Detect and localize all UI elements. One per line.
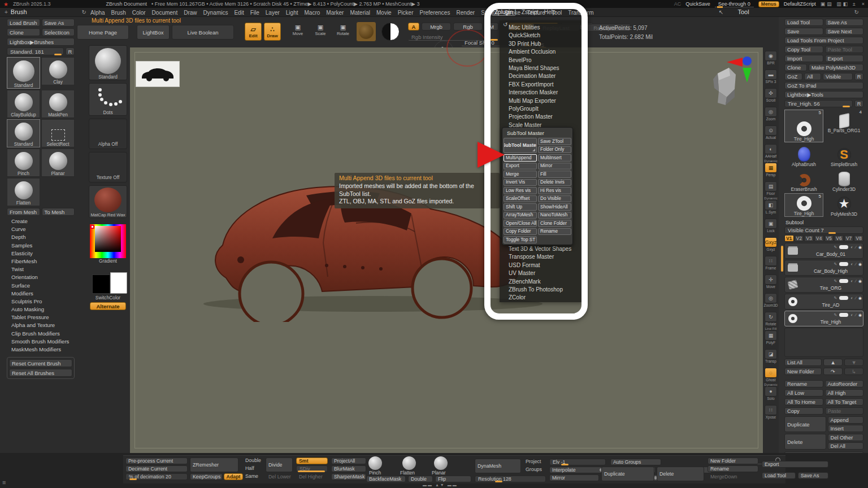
secondary-color-swatch[interactable]: [110, 272, 127, 294]
visibility-tab[interactable]: V2: [795, 235, 804, 242]
color-a-button[interactable]: A: [408, 23, 419, 30]
zplugin-menu-item[interactable]: UV Master: [500, 269, 583, 277]
submenu-button[interactable]: Hi Res vis: [538, 187, 571, 194]
visible-count-slider[interactable]: Visible Count 7: [784, 226, 863, 234]
copy-tool-button[interactable]: Copy Tool: [784, 46, 823, 53]
brush-thumbnail[interactable]: ClayBuildup: [7, 90, 40, 118]
groups-label[interactable]: Groups: [526, 467, 542, 473]
submenu-button[interactable]: NanoToMesh: [538, 212, 571, 219]
visibility-tab[interactable]: V7: [844, 235, 854, 242]
menu-item[interactable]: Preferences: [419, 10, 450, 16]
submenu-button[interactable]: ScaleOffset: [504, 195, 537, 203]
brush-section-header[interactable]: Modifiers: [7, 290, 75, 298]
submenu-button[interactable]: Low Res vis: [504, 187, 537, 194]
shelf-button[interactable]: ▣ Lock: [763, 215, 778, 233]
bb-duplicate-button[interactable]: Duplicate: [601, 467, 654, 481]
bb-new-folder-button[interactable]: New Folder: [708, 457, 758, 464]
sv-square[interactable]: [95, 226, 121, 252]
goz-to-ipad-button[interactable]: GoZ To iPad: [784, 82, 863, 89]
all-high-button[interactable]: All High: [825, 389, 864, 396]
brush-thumbnail[interactable]: Planar: [41, 149, 75, 177]
shelf-button[interactable]: ∷ Frame: [763, 252, 778, 271]
submenu-button[interactable]: Save ZTool: [538, 138, 571, 145]
zplugin-menu-item[interactable]: FBX ExportImport: [500, 81, 583, 89]
menu-item[interactable]: Layer: [266, 10, 280, 16]
subtool-row-icons[interactable]: ✎◐∕◉: [800, 295, 862, 300]
subtool-row-icons[interactable]: ✎◐∕◉: [800, 245, 862, 250]
zplugin-menu-item[interactable]: ZBrush To Photoshop: [500, 286, 583, 294]
zplugin-menu-item[interactable]: Decimation Master: [500, 72, 583, 80]
shelf-button[interactable]: ✢ Move: [763, 271, 778, 289]
live-boolean-button[interactable]: Live Boolean: [172, 25, 234, 40]
delete-button[interactable]: Delete: [784, 434, 826, 450]
submenu-button[interactable]: Mirror: [538, 163, 571, 170]
visibility-tab[interactable]: V1: [784, 235, 794, 242]
close-icon[interactable]: ×: [862, 1, 865, 7]
tool-thumbnail[interactable]: S SimpleBrush: [824, 143, 863, 167]
goz-visible-button[interactable]: Visible: [823, 73, 853, 80]
mrgb-button[interactable]: Mrgb: [422, 23, 451, 30]
brush-section-header[interactable]: Alpha and Texture: [7, 321, 75, 329]
tool-thumbnail[interactable]: 5 Tire_High: [784, 110, 823, 142]
projectall-button[interactable]: ProjectAll: [331, 457, 366, 464]
shelf-button[interactable]: Line Fill ▦ PolyF: [763, 327, 778, 345]
bb-export-button[interactable]: Export: [762, 461, 828, 468]
quicksave-button[interactable]: QuickSave: [685, 1, 710, 7]
from-mesh-button[interactable]: From Mesh: [7, 208, 40, 216]
tool-clone-button[interactable]: Clone: [784, 64, 807, 71]
tray-scroll-arrows[interactable]: ▬▬ ▲▼ ▬▬: [423, 483, 458, 487]
adapt-button[interactable]: Adapt: [224, 473, 243, 480]
tool-save-as-button[interactable]: Save As: [825, 19, 864, 26]
planar-sphere-icon[interactable]: [434, 456, 448, 470]
shelf-button[interactable]: ◎ Zoom3D: [763, 290, 778, 308]
reset-current-brush-button[interactable]: Reset Current Brush: [9, 359, 72, 367]
tool-thumbnail[interactable]: Cylinder3D: [824, 168, 863, 192]
brush-section-header[interactable]: MaskMesh Modifiers: [7, 346, 75, 354]
blurmask-button[interactable]: BlurMask: [331, 465, 366, 472]
menu-item[interactable]: File: [250, 10, 259, 16]
new-folder-button[interactable]: New Folder: [784, 368, 822, 375]
sharpenmask-button[interactable]: SharpenMask: [331, 473, 366, 480]
selecticon-button[interactable]: SelectIcon: [42, 28, 75, 36]
brush-section-header[interactable]: FiberMesh: [7, 258, 75, 265]
subtool-up-button[interactable]: ▲: [823, 359, 843, 366]
mirror-button[interactable]: Mirror: [549, 474, 599, 481]
visibility-tab[interactable]: V8: [854, 235, 863, 242]
submenu-button[interactable]: Toggle Top ST: [504, 236, 537, 243]
menu-item[interactable]: Picker: [398, 10, 414, 16]
fold-button[interactable]: ↷: [823, 368, 843, 375]
decimation-pct-slider[interactable]: % of decimation 20: [125, 473, 188, 480]
duplicate-button[interactable]: Duplicate: [784, 416, 826, 432]
double-button[interactable]: Double: [408, 476, 433, 482]
submenu-button[interactable]: Copy Folder: [504, 228, 537, 236]
current-alpha-thumb[interactable]: Alpha Off: [89, 119, 127, 149]
lightbox-tools-button[interactable]: Lightbox▶Tools: [784, 91, 863, 98]
shelf-button[interactable]: ◎ Zoom: [763, 103, 778, 121]
axis-y-arrow[interactable]: [743, 68, 752, 82]
subtool-section-header[interactable]: Subtool: [785, 219, 863, 225]
save-as-button[interactable]: Save As: [42, 19, 75, 27]
default-zscript-button[interactable]: DefaultZScript: [784, 1, 816, 7]
menu-item[interactable]: Macro: [305, 10, 320, 16]
zplugin-menu-item[interactable]: BevelPro: [500, 56, 583, 64]
submenu-button[interactable]: Delete Invis: [538, 179, 571, 186]
current-stroke-thumb[interactable]: Dots: [89, 83, 127, 116]
camera-head-gizmo[interactable]: [710, 63, 743, 106]
alternate-button[interactable]: Alternate: [90, 302, 126, 310]
axis-z-dot[interactable]: [743, 56, 752, 66]
lightbox-brushes-button[interactable]: Lightbox▶Brushes: [7, 38, 75, 46]
tool-r-button[interactable]: R: [854, 100, 863, 107]
zplugin-menu-item[interactable]: Maya Blend Shapes: [500, 64, 583, 72]
auto-groups-button[interactable]: Auto Groups: [610, 459, 661, 465]
material-thumbnail-button[interactable]: [356, 21, 376, 42]
insert-into-folder-button[interactable]: ↳: [844, 368, 863, 375]
smt-button[interactable]: Smt: [296, 457, 328, 464]
shelf-button[interactable]: Gxyz Gxyz: [763, 234, 778, 252]
shelf-button[interactable]: ▤ Floor: [763, 178, 778, 196]
menu-item[interactable]: Transform: [568, 10, 593, 16]
goz-all-button[interactable]: All: [804, 73, 821, 80]
subtool-row[interactable]: ✎◐∕◉ Tire_AD: [784, 294, 863, 310]
submenu-button[interactable]: Merge: [504, 171, 537, 178]
subtool-row[interactable]: ✎◐∕◉ Tire_High: [784, 311, 863, 326]
append-button[interactable]: Append: [828, 416, 864, 424]
